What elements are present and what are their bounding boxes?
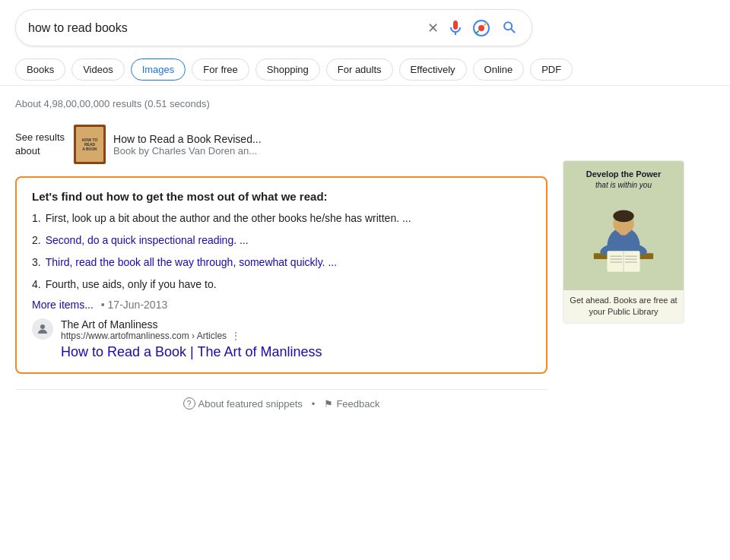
search-icons: ✕ [427, 16, 519, 40]
see-results-box: See resultsabout HOW TOREADA BOOK How to… [15, 119, 548, 176]
filter-effectively[interactable]: Effectively [399, 59, 467, 81]
lens-icon[interactable] [472, 19, 490, 37]
snippet-more-row: More items... • 17-Jun-2013 [32, 299, 531, 311]
right-image-caption: Get ahead. Books are free at your Public… [563, 290, 684, 323]
feedback-item[interactable]: ⚑ Feedback [324, 398, 379, 410]
feedback-icon: ⚑ [324, 398, 333, 410]
see-results-book[interactable]: HOW TOREADA BOOK How to Read a Book Revi… [74, 125, 262, 164]
filter-bar: Books Videos Images For free Shopping Fo… [0, 54, 730, 86]
result-title-link[interactable]: How to Read a Book | The Art of Manlines… [61, 344, 531, 360]
close-icon[interactable]: ✕ [427, 20, 439, 36]
book-subtitle: Book by Charles Van Doren an... [113, 145, 262, 157]
about-snippets-label: About featured snippets [198, 398, 303, 410]
reading-illustration [586, 194, 662, 283]
bottom-bar: ? About featured snippets • ⚑ Feedback [15, 389, 548, 417]
dots-menu-icon[interactable]: ⋮ [231, 331, 240, 341]
book-thumbnail-text: HOW TOREADA BOOK [82, 138, 97, 151]
bullet-separator: • [312, 398, 316, 410]
snippet-list: First, look up a bit about the author an… [32, 210, 531, 293]
more-items-link[interactable]: More items... [32, 299, 94, 311]
svg-point-8 [613, 210, 633, 222]
mic-icon[interactable] [446, 19, 465, 37]
source-icon [32, 318, 53, 340]
search-bar: ✕ [15, 9, 532, 46]
list-item: Second, do a quick inspectional reading.… [32, 233, 531, 248]
filter-images[interactable]: Images [131, 59, 186, 81]
list-item: First, look up a bit about the author an… [32, 210, 531, 226]
filter-online[interactable]: Online [473, 59, 525, 81]
snippet-footer: The Art of Manliness https://www.artofma… [32, 318, 531, 360]
book-info: How to Read a Book Revised... Book by Ch… [113, 133, 262, 157]
featured-snippet: Let's find out how to get the most out o… [15, 176, 548, 374]
book-thumbnail: HOW TOREADA BOOK [74, 125, 106, 164]
about-snippets-item[interactable]: ? About featured snippets [183, 397, 303, 410]
snippet-date: • 17-Jun-2013 [101, 299, 167, 311]
result-count: About 4,98,00,00,000 results (0.51 secon… [15, 92, 548, 119]
poster-subtitle: that is within you [595, 181, 652, 189]
filter-for-adults[interactable]: For adults [326, 59, 393, 81]
book-title: How to Read a Book Revised... [113, 133, 262, 145]
filter-videos[interactable]: Videos [71, 59, 125, 81]
main-results: About 4,98,00,00,000 results (0.51 secon… [15, 92, 548, 417]
right-image-bg: Develop the Power that is within you [563, 161, 684, 290]
results-area: About 4,98,00,00,000 results (0.51 secon… [0, 86, 730, 423]
book-thumbnail-inner: HOW TOREADA BOOK [76, 127, 103, 162]
list-item: Fourth, use aids, only if you have to. [32, 277, 531, 293]
feedback-label: Feedback [336, 398, 379, 410]
filter-pdf[interactable]: PDF [530, 59, 573, 81]
source-url-text: https://www.artofmanliness.com › Article… [61, 331, 227, 341]
list-item: Third, read the book all the way through… [32, 255, 531, 271]
svg-point-1 [478, 25, 484, 31]
svg-point-4 [40, 324, 45, 329]
snippet-heading: Let's find out how to get the most out o… [32, 190, 531, 203]
svg-point-19 [619, 229, 628, 236]
filter-for-free[interactable]: For free [192, 59, 249, 81]
svg-line-2 [484, 23, 487, 26]
see-results-label: See resultsabout [15, 131, 65, 158]
filter-shopping[interactable]: Shopping [256, 59, 320, 81]
search-input[interactable] [28, 21, 420, 35]
question-icon: ? [183, 397, 195, 410]
source-info: The Art of Manliness https://www.artofma… [61, 318, 531, 360]
filter-books[interactable]: Books [15, 59, 65, 81]
search-button[interactable] [498, 16, 519, 40]
right-panel: Develop the Power that is within you [563, 92, 700, 417]
source-name: The Art of Manliness [61, 318, 531, 331]
svg-line-3 [476, 30, 479, 33]
search-bar-container: ✕ [0, 0, 730, 54]
poster-title: Develop the Power that is within you [586, 169, 661, 191]
source-url: https://www.artofmanliness.com › Article… [61, 331, 531, 341]
right-image-card[interactable]: Develop the Power that is within you [563, 160, 684, 324]
